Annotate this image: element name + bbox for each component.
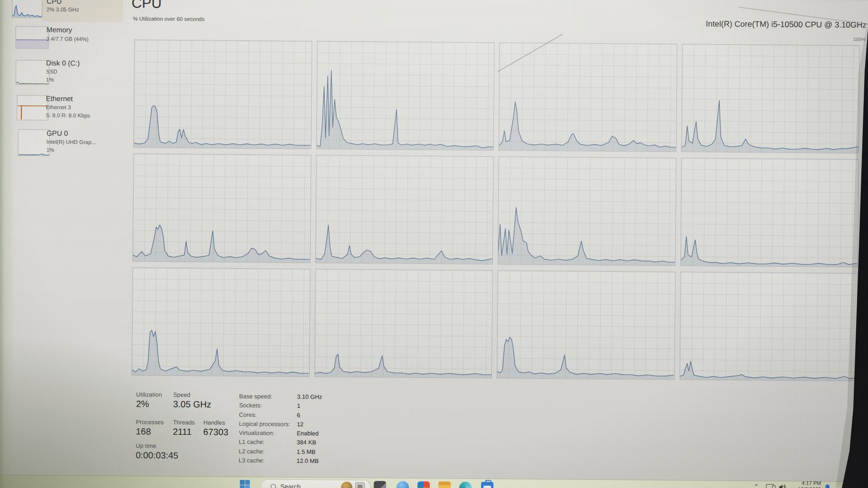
cpu-detail-row: L3 cache:12.0 MB [239,456,381,467]
detail-value: 3.10 GHz [297,393,322,402]
detail-label: Cores: [239,411,297,420]
store-icon[interactable] [481,482,493,488]
detail-label: Base speed: [239,392,297,402]
detail-label: Logical processors: [239,420,297,429]
detail-value: 1 [297,402,300,411]
logical-processor-chart [680,158,859,267]
start-icon[interactable] [240,480,250,488]
detail-value: Enabled [297,429,319,439]
stat-label: Utilization [136,391,162,398]
cpu-details-list: Base speed:3.10 GHzSockets:1Cores:6Logic… [239,392,382,467]
logical-processor-chart [133,39,312,149]
copilot-icon[interactable] [396,481,409,488]
task-manager-performance-screenshot: CPU 2% 3.05 GHz Memory 3.4/7.7 GB (44%) … [0,0,868,488]
detail-value: 1.5 MB [297,448,316,457]
sidebar-item-detail: 1% [47,147,55,153]
cpu-detail-row: Sockets:1 [239,401,381,412]
logical-processor-chart [679,272,858,381]
logical-processor-chart [498,156,676,266]
stat-value-uptime: 0:00:03:45 [136,450,179,461]
logical-processor-chart [132,267,310,377]
avatar[interactable] [341,482,352,488]
stat-label: Up time [136,442,156,449]
stat-value-handles: 67303 [203,427,228,437]
sidebar-item-detail: Ethernet 3 [46,104,71,111]
microsoft-365-icon[interactable] [417,481,430,488]
monitor-icon[interactable] [766,484,774,488]
edge-icon[interactable] [459,482,472,488]
cpu-detail-row: Cores:6 [239,411,381,421]
sidebar-item-detail: S: 8.0 R: 8.0 Kbps [46,113,90,119]
sidebar-item-label: CPU [47,0,62,5]
logical-processor-chart [316,41,494,150]
detail-label: L3 cache: [239,456,297,466]
stat-label: Processes [136,419,163,425]
page-title: CPU [132,0,162,11]
sidebar-item-detail: SSD [46,69,57,75]
clock-time: 4:17 PM [784,480,821,486]
sidebar-item-detail: 3.4/7.7 GB (44%) [47,36,89,43]
stat-label: Threads [173,419,195,426]
sidebar-item-label: Ethernet [46,94,73,103]
detail-value: 12 [297,420,303,429]
stat-label: Speed [173,392,190,398]
detail-label: Virtualization: [239,429,297,438]
cpu-detail-row: Virtualization:Enabled [239,429,381,439]
sidebar-item-detail: 2% 3.05 GHz [47,7,79,13]
y-axis-max-label: 100% [853,37,866,42]
memory-thumbnail-chart [15,26,48,49]
cpu-detail-row: Base speed:3.10 GHz [239,392,382,403]
sidebar-item-label: Memory [47,26,72,34]
cpu-detail-row: L2 cache:1.5 MB [239,447,381,458]
task-manager-window: CPU 2% 3.05 GHz Memory 3.4/7.7 GB (44%) … [0,0,868,488]
cpu-detail-row: L1 cache:384 KB [239,438,381,448]
search-placeholder: Search [280,483,301,488]
stat-value-speed: 3.05 GHz [173,399,211,410]
taskbar-clock[interactable]: 4:17 PM 10/6/2025 [784,480,821,488]
detail-value: 384 KB [297,438,316,448]
logical-processor-chart [497,270,675,380]
logical-processor-chart [314,269,492,378]
logical-processor-chart [499,42,677,152]
logical-processor-chart [132,153,311,263]
taskbar: Search ⌃ 4:17 PM 10/6/2025 [0,475,868,488]
detail-label: Sockets: [239,401,297,411]
ethernet-thumbnail-chart [17,95,48,121]
search-icon [271,484,276,488]
detail-label: L1 cache: [239,438,297,447]
sidebar-item-detail: 1% [46,77,54,83]
clock-date: 10/6/2025 [784,486,821,488]
cpu-thumbnail-chart [12,0,42,18]
detail-label: L2 cache: [239,447,297,457]
tray-chevron-icon[interactable]: ⌃ [754,483,759,488]
stat-value-threads: 2111 [173,427,192,437]
chart-axis-caption: % Utilization over 60 seconds [133,16,205,22]
stat-value-utilization: 2% [136,399,149,409]
task-view-icon[interactable] [374,481,386,488]
sidebar-item-detail: Intel(R) UHD Grap... [47,139,96,146]
cpu-detail-row: Logical processors:12 [239,420,381,430]
sidebar-item-label: Disk 0 (C:) [46,59,80,67]
search-input[interactable]: Search [261,479,371,488]
logical-processor-chart [315,155,493,264]
disk-thumbnail-chart [16,60,49,85]
search-widget-icon[interactable] [355,482,365,488]
cpu-stats-panel: Utilization Speed 2% 3.05 GHz Processes … [135,389,402,471]
stat-value-processes: 168 [136,426,151,437]
file-explorer-icon[interactable] [438,481,451,488]
notification-bell-icon[interactable] [824,484,831,488]
gpu-thumbnail-chart [18,129,50,156]
sidebar-item-label: GPU 0 [47,129,68,137]
stat-label: Handles [203,419,225,426]
detail-value: 12.0 MB [297,457,319,466]
logical-processor-chart [681,44,859,153]
detail-value: 6 [297,411,300,420]
performance-sidebar: CPU 2% 3.05 GHz Memory 3.4/7.7 GB (44%) … [0,0,121,473]
logical-processor-chart-grid [132,39,860,381]
